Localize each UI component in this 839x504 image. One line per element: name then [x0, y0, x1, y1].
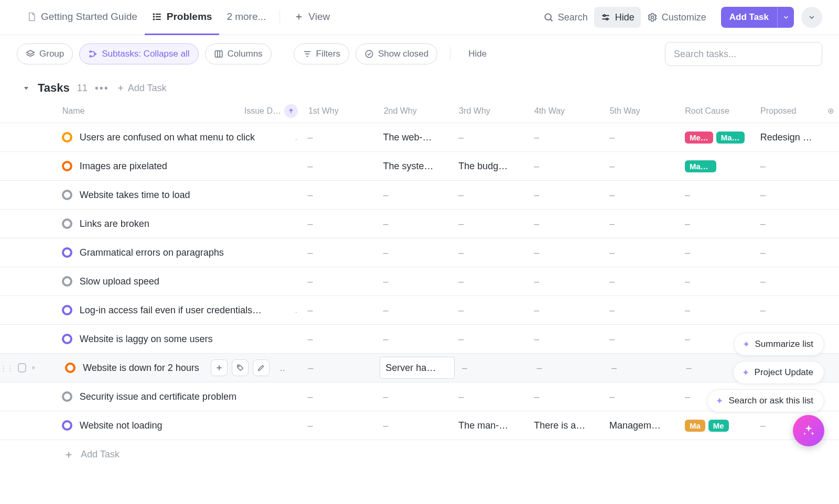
status-dot[interactable]	[62, 391, 72, 402]
cell-why5[interactable]: –	[604, 305, 680, 316]
cell-why4[interactable]: –	[529, 247, 604, 258]
ai-summarize-chip[interactable]: ✦ Summarize list	[734, 333, 824, 356]
hide-toolbar-button[interactable]: Hide	[463, 43, 492, 64]
tab-add-view[interactable]: View	[286, 0, 337, 35]
status-dot[interactable]	[62, 190, 72, 200]
cell-why1[interactable]: –	[303, 334, 378, 345]
tab-more[interactable]: 2 more...	[219, 0, 273, 35]
cell-why4[interactable]: –	[529, 161, 604, 172]
col-issue-date[interactable]: Issue D…	[244, 104, 298, 118]
table-row[interactable]: Slow upload speed–––––––	[0, 267, 839, 296]
customize-button[interactable]: Customize	[641, 7, 713, 28]
cell-why1[interactable]: –	[303, 363, 378, 374]
status-dot[interactable]	[62, 420, 72, 431]
search-button[interactable]: Search	[537, 7, 594, 28]
cell-why5[interactable]: Managem…	[604, 420, 680, 431]
ai-project-update-chip[interactable]: ✦ Project Update	[733, 361, 824, 384]
columns-pill[interactable]: Columns	[205, 43, 272, 64]
ai-fab[interactable]	[793, 415, 824, 446]
task-name[interactable]: Links are broken	[80, 218, 149, 229]
cell-why4[interactable]: –	[529, 305, 604, 316]
cell-why3[interactable]: –	[453, 391, 529, 402]
task-name[interactable]: Grammatical errors on paragraphs	[80, 247, 224, 258]
cell-proposed[interactable]: –	[755, 218, 823, 229]
cell-why5[interactable]: –	[604, 132, 680, 143]
filters-pill[interactable]: Filters	[294, 43, 349, 64]
expand-row-icon[interactable]	[30, 365, 37, 371]
collapse-caret-icon[interactable]	[22, 84, 30, 92]
col-root[interactable]: Root Cause	[680, 106, 755, 116]
col-name-label[interactable]: Name	[62, 106, 85, 116]
status-dot[interactable]	[62, 276, 72, 287]
status-dot[interactable]	[62, 218, 72, 229]
root-cause-tag[interactable]: Machine	[685, 160, 716, 172]
cell-proposed[interactable]: Redesign …	[755, 132, 823, 143]
root-cause-tag[interactable]: Me	[708, 420, 729, 432]
cell-why5[interactable]: –	[604, 391, 680, 402]
cell-why4[interactable]: –	[529, 132, 604, 143]
col-why4[interactable]: 4th Way	[529, 106, 605, 116]
cell-why4[interactable]: –	[529, 391, 604, 402]
show-closed-pill[interactable]: Show closed	[356, 43, 437, 64]
table-row[interactable]: Links are broken–––––––	[0, 210, 839, 238]
cell-why3[interactable]: –	[453, 132, 529, 143]
hide-button[interactable]: Hide	[594, 7, 641, 28]
tab-problems[interactable]: Problems	[145, 0, 220, 35]
cell-proposed[interactable]: –	[755, 305, 823, 316]
table-row[interactable]: ⋮⋮Website is down for 2 hours..–Server h…	[0, 354, 839, 382]
task-name[interactable]: Website is down for 2 hours	[83, 363, 199, 374]
status-dot[interactable]	[62, 247, 72, 258]
cell-why3[interactable]: –	[453, 276, 529, 287]
cell-why3[interactable]: –	[453, 334, 529, 345]
search-tasks-input[interactable]	[665, 42, 822, 66]
cell-why1[interactable]: –	[303, 218, 378, 229]
task-name[interactable]: Website not loading	[80, 420, 163, 431]
tab-getting-started[interactable]: Getting Started Guide	[19, 0, 145, 35]
ai-search-chip[interactable]: ✦ Search or ask this list	[707, 389, 824, 412]
task-name[interactable]: Slow upload speed	[80, 276, 159, 287]
cell-proposed[interactable]: –	[755, 247, 823, 258]
drag-handle-icon[interactable]: ⋮⋮	[0, 364, 14, 372]
table-row[interactable]: Users are confused on what menu to click…	[0, 123, 839, 152]
cell-why5[interactable]: –	[604, 161, 680, 172]
cell-why2[interactable]: –	[378, 247, 453, 258]
cell-why2[interactable]: Server ha…	[380, 357, 455, 379]
root-cause-tag[interactable]: Me…	[685, 132, 713, 144]
col-why2[interactable]: 2nd Why	[379, 106, 454, 116]
cell-why2[interactable]: –	[378, 334, 453, 345]
cell-why2[interactable]: The syste…	[378, 161, 453, 172]
cell-why5[interactable]: –	[604, 334, 680, 345]
status-dot[interactable]	[62, 334, 72, 344]
root-cause-tag[interactable]: Ma…	[716, 132, 745, 144]
subtasks-pill[interactable]: Subtasks: Collapse all	[79, 43, 198, 64]
row-more[interactable]: ..	[280, 363, 285, 374]
cell-why1[interactable]: –	[303, 391, 378, 402]
cell-proposed[interactable]: –	[755, 161, 823, 172]
task-name[interactable]: Users are confused on what menu to click	[80, 132, 255, 143]
section-add-task[interactable]: Add Task	[116, 83, 167, 94]
cell-why2[interactable]: –	[378, 420, 453, 431]
status-dot[interactable]	[62, 305, 72, 315]
cell-why4[interactable]: –	[529, 276, 604, 287]
tag-button[interactable]	[232, 359, 249, 376]
cell-proposed[interactable]: –	[755, 190, 823, 201]
cell-why1[interactable]: –	[303, 420, 378, 431]
cell-root-cause[interactable]: MaMe	[680, 420, 755, 432]
cell-why1[interactable]: –	[303, 161, 378, 172]
cell-why2[interactable]: The web-…	[378, 132, 453, 143]
cell-root-cause[interactable]: –	[680, 247, 755, 258]
cell-root-cause[interactable]: –	[680, 190, 755, 201]
cell-why2[interactable]: –	[378, 305, 453, 316]
cell-why4[interactable]: –	[529, 334, 604, 345]
cell-why5[interactable]: –	[604, 218, 680, 229]
table-row[interactable]: Log-in access fail even if user credenti…	[0, 296, 839, 325]
table-row[interactable]: Website not loading––The man-…There is a…	[0, 411, 839, 440]
status-dot[interactable]	[65, 363, 76, 373]
task-name[interactable]: Website takes time to load	[80, 190, 190, 201]
cell-why2[interactable]: –	[378, 218, 453, 229]
group-pill[interactable]: Group	[17, 43, 73, 64]
col-why3[interactable]: 3rd Why	[454, 106, 529, 116]
cell-why3[interactable]: –	[453, 305, 529, 316]
row-checkbox[interactable]	[18, 363, 26, 372]
cell-root-cause[interactable]: –	[680, 305, 755, 316]
